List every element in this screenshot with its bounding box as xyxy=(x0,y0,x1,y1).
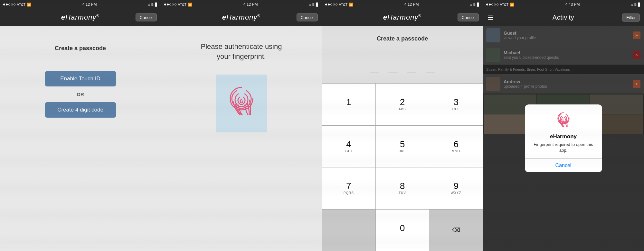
carrier-1: AT&T xyxy=(17,3,25,6)
status-bar-2: AT&T 📶 4:12 PM ⌂ B ▊ xyxy=(161,0,322,9)
key-9[interactable]: 9 WXYZ xyxy=(429,167,483,209)
keypad-row-4: 0 ⌫ xyxy=(322,210,483,251)
bluetooth-icon-3: B xyxy=(473,3,476,6)
keypad-row-2: 4 GHI 5 JKL 6 MNO xyxy=(322,126,483,168)
passcode-dash-1: — xyxy=(370,68,379,77)
or-label: OR xyxy=(77,92,84,97)
key-9-num: 9 xyxy=(453,182,459,191)
filter-button[interactable]: Filter xyxy=(622,13,640,22)
backspace-icon: ⌫ xyxy=(452,227,460,233)
key-0-num: 0 xyxy=(400,224,405,233)
panel-activity: AT&T 📶 4:43 PM ⌂ B ▊ ☰ Activity Filter G… xyxy=(483,0,644,251)
key-4-num: 4 xyxy=(346,140,351,149)
passcode-title-area: Create a passcode xyxy=(377,26,428,61)
key-empty xyxy=(322,210,376,251)
location-icon-3: ⌂ xyxy=(470,3,472,6)
status-right-3: ⌂ B ▊ xyxy=(470,3,479,7)
passcode-dash-4: — xyxy=(426,68,435,77)
carrier-4: AT&T xyxy=(500,3,508,6)
number-keypad: 1 2 ABC 3 DEF 4 GHI xyxy=(322,83,483,251)
status-left-4: AT&T 📶 xyxy=(486,3,514,7)
fingerprint-dialog: eHarmony Fingerprint required to open th… xyxy=(525,104,602,172)
key-3-num: 3 xyxy=(453,98,459,107)
fingerprint-icon xyxy=(225,84,258,123)
dialog-content: eHarmony Fingerprint required to open th… xyxy=(525,104,602,158)
carrier-3: AT&T xyxy=(339,3,347,6)
key-4[interactable]: 4 GHI xyxy=(322,126,376,167)
status-bar-1: AT&T 📶 4:12 PM ⌂ B ▊ xyxy=(0,0,161,9)
time-4: 4:43 PM xyxy=(565,2,580,7)
status-bar-3: AT&T 📶 4:12 PM ⌂ B ▊ xyxy=(322,0,483,9)
bluetooth-icon-4: B xyxy=(634,3,637,6)
key-3[interactable]: 3 DEF xyxy=(429,84,483,125)
key-1[interactable]: 1 xyxy=(322,84,376,125)
signal-icon-4 xyxy=(486,4,498,5)
passcode-dash-3: — xyxy=(407,68,416,77)
battery-icon: ▊ xyxy=(155,3,157,7)
key-8-num: 8 xyxy=(400,182,405,191)
time-1: 4:12 PM xyxy=(82,2,97,7)
screen-content-2: Please authenticate usingyour fingerprin… xyxy=(161,26,322,251)
key-6-letters: MNO xyxy=(452,149,460,153)
location-icon-4: ⌂ xyxy=(631,3,633,6)
wifi-icon-4: 📶 xyxy=(510,3,514,7)
screen-content-3: Create a passcode — — — — 1 2 ABC xyxy=(322,26,483,251)
create-4-digit-code-button[interactable]: Create 4 digit code xyxy=(45,102,116,118)
key-8-letters: TUV xyxy=(399,191,406,195)
key-2[interactable]: 2 ABC xyxy=(376,84,430,125)
key-4-letters: GHI xyxy=(345,149,352,153)
time-2: 4:12 PM xyxy=(243,2,258,7)
key-0[interactable]: 0 xyxy=(376,210,430,251)
bluetooth-icon-2: B xyxy=(312,3,315,6)
key-5[interactable]: 5 JKL xyxy=(376,126,430,167)
backspace-key[interactable]: ⌫ xyxy=(429,210,483,251)
key-7[interactable]: 7 PQRS xyxy=(322,167,376,209)
key-0-letters xyxy=(402,233,403,237)
dialog-app-name: eHarmony xyxy=(550,133,577,140)
battery-icon-3: ▊ xyxy=(477,3,479,7)
passcode-options: Create a passcode Enable Touch ID OR Cre… xyxy=(0,26,161,118)
activity-page-title: Activity xyxy=(553,14,574,21)
status-right-2: ⌂ B ▊ xyxy=(309,3,318,7)
signal-icon xyxy=(3,4,15,5)
key-8[interactable]: 8 TUV xyxy=(376,167,430,209)
time-3: 4:12 PM xyxy=(404,2,419,7)
keypad-content: Create a passcode — — — — 1 2 ABC xyxy=(322,26,483,251)
key-7-letters: PQRS xyxy=(344,191,354,195)
keypad-row-3: 7 PQRS 8 TUV 9 WXYZ xyxy=(322,167,483,210)
key-5-letters: JKL xyxy=(399,149,405,153)
passcode-dash-2: — xyxy=(389,68,398,77)
cancel-button-1[interactable]: Cancel xyxy=(136,13,157,22)
key-1-num: 1 xyxy=(346,98,351,107)
status-right-4: ⌂ B ▊ xyxy=(631,3,640,7)
status-left-1: AT&T 📶 xyxy=(3,3,31,7)
keypad-row-1: 1 2 ABC 3 DEF xyxy=(322,84,483,126)
passcode-dots: — — — — xyxy=(370,68,435,77)
nav-bar-1: eHarmony® Cancel xyxy=(0,9,161,26)
cancel-button-3[interactable]: Cancel xyxy=(458,13,479,22)
dialog-cancel-button[interactable]: Cancel xyxy=(525,159,602,172)
key-2-num: 2 xyxy=(400,98,405,107)
panel-fingerprint-auth: AT&T 📶 4:12 PM ⌂ B ▊ eHarmony® Cancel Pl… xyxy=(161,0,322,251)
location-icon: ⌂ xyxy=(148,3,150,6)
battery-icon-2: ▊ xyxy=(316,3,318,7)
app-logo-1: eHarmony® xyxy=(61,13,99,22)
dialog-message: Fingerprint required to open this app. xyxy=(531,142,596,153)
wifi-icon-2: 📶 xyxy=(188,3,192,7)
location-icon-2: ⌂ xyxy=(309,3,311,6)
hamburger-menu-icon[interactable]: ☰ xyxy=(488,13,493,21)
nav-bar-3: eHarmony® Cancel xyxy=(322,9,483,26)
key-6[interactable]: 6 MNO xyxy=(429,126,483,167)
enable-touch-id-button[interactable]: Enable Touch ID xyxy=(45,71,116,86)
cancel-button-2[interactable]: Cancel xyxy=(297,13,318,22)
key-5-num: 5 xyxy=(400,140,405,149)
status-left-2: AT&T 📶 xyxy=(164,3,192,7)
fingerprint-container xyxy=(216,75,267,132)
wifi-icon: 📶 xyxy=(27,3,31,7)
status-left-3: AT&T 📶 xyxy=(325,3,353,7)
panel-create-passcode: AT&T 📶 4:12 PM ⌂ B ▊ eHarmony® Cancel Cr… xyxy=(0,0,161,251)
panel-keypad: AT&T 📶 4:12 PM ⌂ B ▊ eHarmony® Cancel Cr… xyxy=(322,0,483,251)
key-1-letters xyxy=(348,107,349,111)
app-logo-2: eHarmony® xyxy=(222,13,260,22)
key-9-letters: WXYZ xyxy=(451,191,461,195)
